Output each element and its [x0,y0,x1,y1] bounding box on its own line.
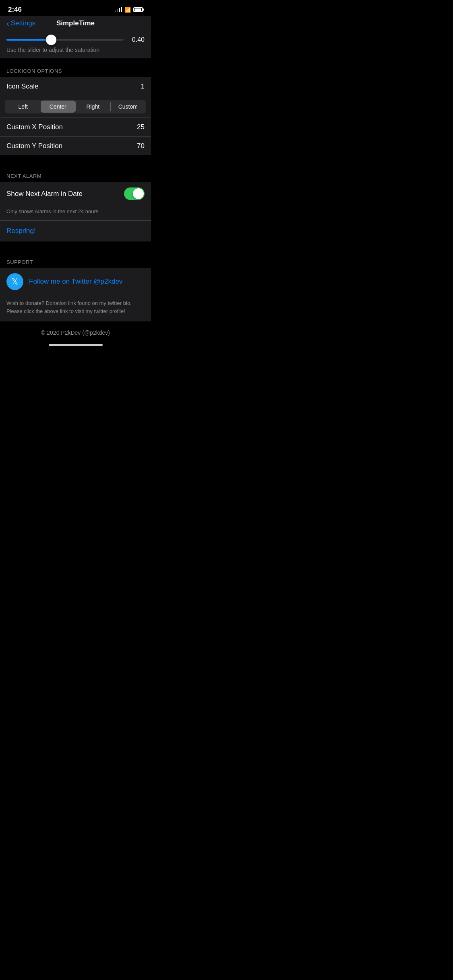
back-button[interactable]: ‹ Settings [6,19,35,27]
twitter-link-label[interactable]: Follow me on Twitter @p2kdev [29,278,122,286]
lockicon-section-header: LOCKICON OPTIONS [0,58,151,77]
wifi-icon: 📶 [124,7,131,13]
next-alarm-section-header: NEXT ALARM [0,163,151,182]
signal-icon [115,7,122,12]
custom-y-value: 70 [137,142,145,150]
icon-scale-label: Icon Scale [6,82,38,91]
slider-thumb[interactable] [46,35,56,45]
segment-left[interactable]: Left [6,101,41,113]
segment-center[interactable]: Center [41,101,76,113]
custom-x-value: 25 [137,123,145,131]
support-section-header: SUPPORT [0,249,151,268]
toggle-knob [133,188,144,199]
status-time: 2:46 [8,6,22,14]
slider-row[interactable]: 0.40 [6,36,145,43]
segment-right[interactable]: Right [76,101,111,113]
footer: © 2020 P2kDev (@p2kdev) [0,321,151,340]
icon-scale-value: 1 [141,82,145,91]
saturation-slider-section: 0.40 Use the slider to adjust the satura… [0,31,151,58]
custom-y-label: Custom Y Position [6,142,62,150]
respring-row[interactable]: Respring! [0,220,151,241]
custom-y-row[interactable]: Custom Y Position 70 [0,137,151,155]
twitter-icon: 𝕏 [11,276,19,287]
copyright-text: © 2020 P2kDev (@p2kdev) [41,329,110,336]
custom-position-list: Custom X Position 25 Custom Y Position 7… [0,118,151,155]
icon-scale-row: Icon Scale 1 [0,77,151,96]
position-segmented-control[interactable]: Left Center Right Custom [0,96,151,118]
custom-x-row[interactable]: Custom X Position 25 [0,118,151,137]
donate-text: Wish to donate? Donation link found on m… [0,295,151,321]
segment-custom[interactable]: Custom [111,101,146,113]
twitter-link-row[interactable]: 𝕏 Follow me on Twitter @p2kdev [0,268,151,295]
status-bar: 2:46 📶 [0,0,151,16]
lockicon-options-list: Icon Scale 1 [0,77,151,96]
gap-2 [0,241,151,249]
slider-track[interactable] [6,39,124,41]
slider-value: 0.40 [128,36,145,43]
show-next-alarm-row[interactable]: Show Next Alarm in Date [0,182,151,205]
back-label: Settings [11,19,35,27]
home-bar [49,344,103,346]
custom-x-label: Custom X Position [6,123,63,131]
chevron-left-icon: ‹ [6,19,9,27]
status-icons: 📶 [115,7,143,13]
twitter-avatar: 𝕏 [6,273,23,290]
segmented-inner: Left Center Right Custom [5,100,146,113]
page-title: SimpleTime [56,19,95,27]
gap-1 [0,155,151,163]
respring-label[interactable]: Respring! [6,227,36,235]
battery-icon [133,7,143,12]
slider-fill [6,39,51,41]
nav-bar: ‹ Settings SimpleTime [0,16,151,31]
slider-hint: Use the slider to adjust the saturation [6,47,145,53]
next-alarm-hint: Only shows Alarms in the next 24 hours [0,205,151,220]
next-alarm-list: Show Next Alarm in Date [0,182,151,205]
home-indicator [0,340,151,349]
show-next-alarm-label: Show Next Alarm in Date [6,190,83,198]
show-next-alarm-toggle[interactable] [124,187,145,200]
